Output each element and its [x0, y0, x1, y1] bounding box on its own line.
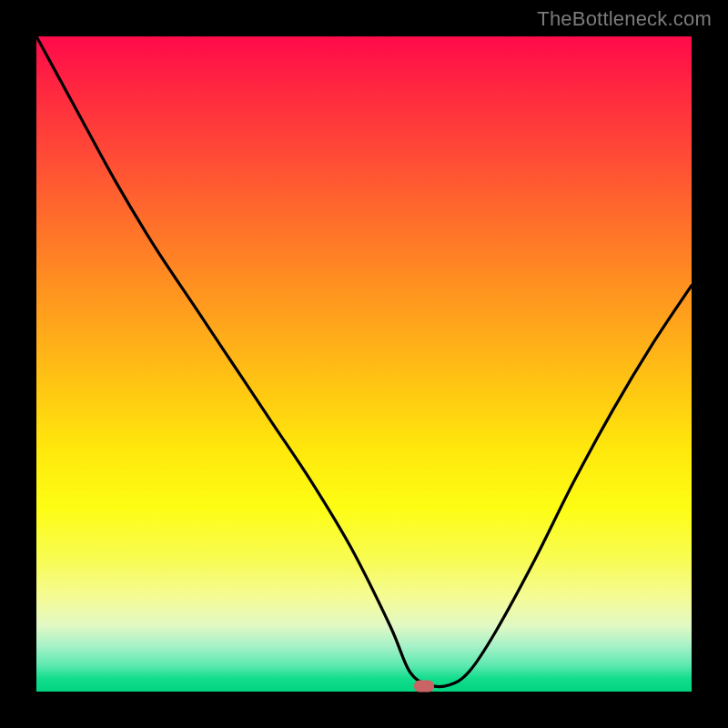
- plot-area: [36, 36, 692, 692]
- bottleneck-curve: [36, 36, 692, 692]
- chart-frame: TheBottleneck.com: [0, 0, 728, 728]
- watermark-text: TheBottleneck.com: [537, 7, 712, 31]
- optimal-point-marker: [414, 681, 434, 693]
